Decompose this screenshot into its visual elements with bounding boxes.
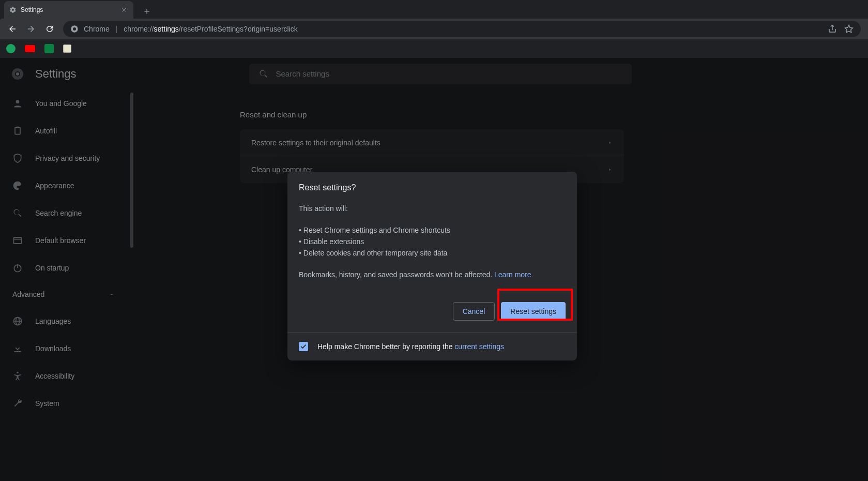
new-tab-button[interactable] <box>140 4 154 19</box>
chrome-site-icon <box>70 25 79 33</box>
tab-strip: Settings <box>0 0 868 19</box>
goodreads-icon[interactable] <box>63 44 71 53</box>
svg-point-5 <box>73 27 76 31</box>
green-circle-icon[interactable] <box>6 44 16 53</box>
dialog-bullets: • Reset Chrome settings and Chrome short… <box>299 224 566 259</box>
svg-marker-7 <box>845 25 853 33</box>
bookmark-star-icon[interactable] <box>844 24 854 34</box>
address-bar[interactable]: Chrome | chrome://settings/resetProfileS… <box>63 21 861 37</box>
reload-button[interactable] <box>41 21 58 37</box>
tab-title: Settings <box>21 6 43 13</box>
bookmarks-bar <box>0 39 868 58</box>
reset-settings-dialog: Reset settings? This action will: • Rese… <box>287 172 577 360</box>
browser-toolbar: Chrome | chrome://settings/resetProfileS… <box>0 19 868 39</box>
reset-settings-button[interactable]: Reset settings <box>501 302 566 321</box>
back-button[interactable] <box>4 21 21 37</box>
share-icon[interactable] <box>828 24 837 34</box>
dialog-intro: This action will: <box>299 203 566 214</box>
url-text: Chrome | chrome://settings/resetProfileS… <box>84 25 298 33</box>
gear-icon <box>9 6 17 13</box>
green-square-icon[interactable] <box>44 44 54 53</box>
dialog-title: Reset settings? <box>299 183 566 192</box>
browser-tab[interactable]: Settings <box>4 1 133 19</box>
close-tab-icon[interactable] <box>120 6 128 14</box>
learn-more-link[interactable]: Learn more <box>494 270 531 279</box>
dialog-footer-text: Bookmarks, history, and saved passwords … <box>299 269 566 280</box>
youtube-icon[interactable] <box>25 45 35 52</box>
help-report-checkbox[interactable] <box>299 342 308 351</box>
help-report-text: Help make Chrome better by reporting the… <box>317 342 504 351</box>
current-settings-link[interactable]: current settings <box>454 342 504 351</box>
cancel-button[interactable]: Cancel <box>453 302 495 321</box>
forward-button[interactable] <box>23 21 39 37</box>
